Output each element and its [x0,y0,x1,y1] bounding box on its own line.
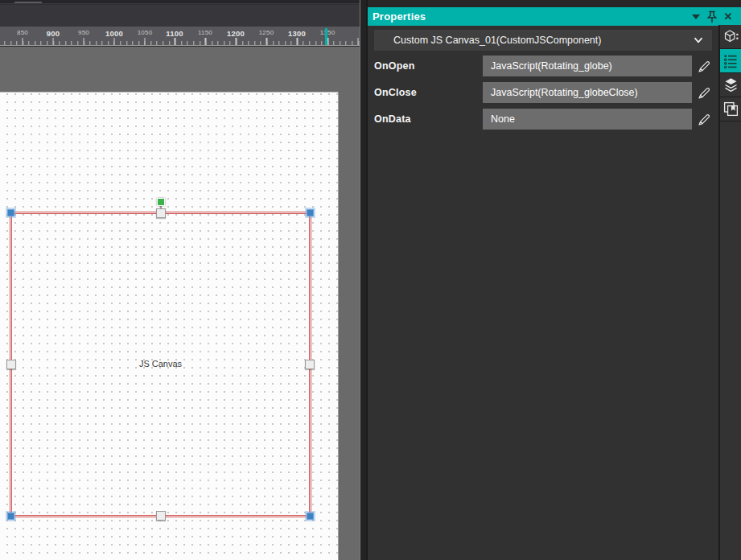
prop-value-text: None [491,113,515,125]
tab-strip [0,0,360,4]
ruler-label: 1350 [320,29,336,36]
panel-title: Properties [373,10,688,23]
panel-side-toolbar [718,25,741,560]
ruler-cursor-marker [325,28,327,45]
app-window: 850 900 950 1000 1050 1100 1150 1200 125… [0,0,741,560]
rotate-handle[interactable] [157,198,165,206]
layers-icon [722,76,739,93]
chevron-down-icon [693,35,704,46]
resize-handle-bottom-center[interactable] [156,511,166,521]
edit-ondata-button[interactable] [694,109,714,130]
ruler-label: 1250 [259,29,274,36]
panel-menu-button[interactable] [688,10,704,24]
component-label: JS Canvas [12,359,309,369]
ruler-label: 850 [17,29,28,36]
properties-titlebar: Properties ✕ [368,7,741,26]
properties-panel: Properties ✕ Custom JS Canvas_01(CustomJ… [366,0,741,560]
side-tab-layers[interactable] [720,73,741,97]
prop-label-onopen: OnOpen [374,56,479,76]
close-icon: ✕ [724,10,733,23]
component-selector-value: Custom JS Canvas_01(CustomJSComponent) [393,35,601,46]
pin-icon [706,10,718,23]
side-tab-components[interactable] [720,25,741,49]
ruler-label: 1200 [227,29,245,38]
panel-splitter[interactable] [360,0,366,560]
artboard[interactable]: JS Canvas [0,93,338,560]
edit-onclose-button[interactable] [694,82,714,103]
pencil-icon [698,60,711,73]
side-tab-pages[interactable] [720,97,741,121]
resize-handle-middle-right[interactable] [305,360,315,369]
resize-handle-top-center[interactable] [156,208,166,218]
resize-handle-bottom-left[interactable] [7,513,14,520]
resize-handle-bottom-right[interactable] [307,513,314,520]
bookmark-pages-icon [722,101,739,117]
design-area: 850 900 950 1000 1050 1100 1150 1200 125… [0,0,360,560]
cube-icon [722,28,739,45]
list-icon [722,52,739,69]
resize-handle-top-left[interactable] [7,209,14,216]
horizontal-ruler: 850 900 950 1000 1050 1100 1150 1200 125… [0,27,360,46]
edit-onopen-button[interactable] [694,56,714,76]
ruler-label: 1150 [198,29,212,36]
resize-handle-top-right[interactable] [307,209,314,216]
toolbar-band [0,5,360,27]
panel-top-strip [368,0,741,7]
side-tab-properties[interactable] [720,49,741,73]
chevron-down-icon [692,14,700,19]
prop-value-text: JavaScript(Rotating_globe) [491,60,612,72]
ruler-label: 1050 [138,29,153,36]
ruler-label: 1100 [166,29,183,38]
ruler-label: 950 [78,29,89,36]
selected-component-js-canvas[interactable]: JS Canvas [10,212,311,517]
prop-label-ondata: OnData [374,109,479,130]
prop-value-ondata[interactable]: None [483,109,692,130]
panel-close-button[interactable]: ✕ [720,10,736,24]
prop-value-onopen[interactable]: JavaScript(Rotating_globe) [483,56,692,76]
pencil-icon [698,86,711,100]
ruler-label: 1000 [105,29,123,38]
panel-pin-button[interactable] [704,10,720,24]
component-selector-dropdown[interactable]: Custom JS Canvas_01(CustomJSComponent) [374,30,712,51]
pencil-icon [698,113,711,126]
canvas-backdrop: JS Canvas [0,47,360,560]
prop-value-onclose[interactable]: JavaScript(Rotating_globeClose) [483,82,692,103]
resize-handle-middle-left[interactable] [6,360,16,369]
ruler-label: 900 [47,29,60,38]
prop-label-onclose: OnClose [374,82,479,103]
ruler-label: 1300 [288,29,306,38]
tab-hint [14,2,42,3]
prop-value-text: JavaScript(Rotating_globeClose) [491,87,638,98]
